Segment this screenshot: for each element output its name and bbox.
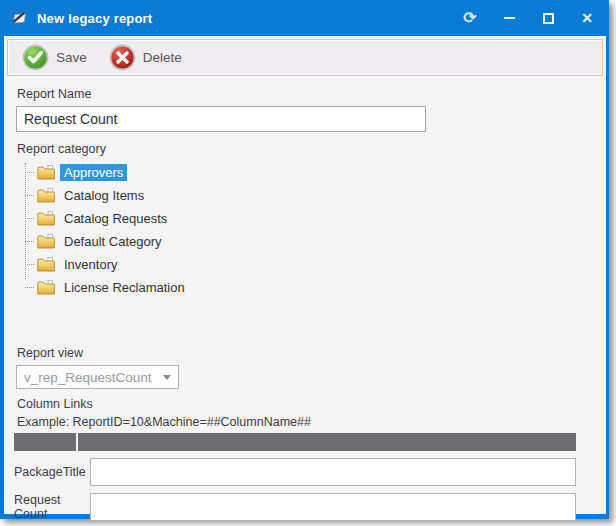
column-links-example: Example: ReportID=10&Machine=##ColumnNam… bbox=[17, 415, 594, 429]
request-count-input[interactable] bbox=[90, 493, 576, 521]
report-category-label: Report category bbox=[17, 142, 594, 156]
delete-x-icon bbox=[109, 44, 136, 71]
report-category-tree: Approvers Catalog Items Catalog Requests bbox=[25, 161, 594, 299]
column-link-row: Request Count bbox=[14, 493, 576, 521]
tree-connector bbox=[25, 218, 34, 219]
tree-item-approvers[interactable]: Approvers bbox=[25, 161, 594, 184]
report-view-label: Report view bbox=[17, 346, 594, 360]
refresh-button[interactable]: ⟳ bbox=[462, 10, 478, 26]
save-label: Save bbox=[56, 50, 87, 65]
maximize-icon bbox=[543, 13, 554, 24]
minimize-icon bbox=[504, 17, 515, 19]
window-title: New legacy report bbox=[37, 11, 152, 26]
folder-icon bbox=[37, 257, 55, 272]
save-button[interactable]: Save bbox=[18, 42, 91, 73]
tree-item-label: License Reclamation bbox=[60, 279, 189, 296]
tree-item-license-reclamation[interactable]: License Reclamation bbox=[25, 276, 594, 299]
tree-connector bbox=[25, 172, 34, 173]
report-note-icon bbox=[9, 9, 29, 27]
column-links-header bbox=[14, 433, 576, 451]
close-button[interactable]: ✕ bbox=[579, 10, 595, 26]
chevron-down-icon bbox=[163, 375, 171, 380]
column-links-label: Column Links bbox=[17, 397, 594, 411]
tree-item-label: Catalog Items bbox=[60, 187, 148, 204]
folder-icon bbox=[37, 234, 55, 249]
header-cell-label bbox=[14, 433, 76, 451]
folder-icon bbox=[37, 188, 55, 203]
tree-item-inventory[interactable]: Inventory bbox=[25, 253, 594, 276]
delete-label: Delete bbox=[143, 50, 182, 65]
title-bar: New legacy report ⟳ ✕ bbox=[0, 0, 609, 36]
folder-icon bbox=[37, 280, 55, 295]
tree-item-catalog-requests[interactable]: Catalog Requests bbox=[25, 207, 594, 230]
tree-item-label: Inventory bbox=[60, 256, 121, 273]
folder-icon bbox=[37, 165, 55, 180]
row-label-request-count: Request Count bbox=[14, 493, 90, 521]
folder-icon bbox=[37, 211, 55, 226]
report-view-value: v_rep_RequestCount bbox=[24, 370, 163, 385]
tree-connector bbox=[25, 195, 34, 196]
dialog-content: Report Name Report category Approvers Ca… bbox=[4, 87, 606, 521]
report-name-label: Report Name bbox=[17, 87, 594, 101]
row-label-packagetitle: PackageTitle bbox=[14, 465, 90, 479]
save-check-icon bbox=[22, 44, 49, 71]
tree-connector bbox=[25, 264, 34, 265]
maximize-button[interactable] bbox=[540, 10, 556, 26]
tree-item-label: Catalog Requests bbox=[60, 210, 171, 227]
tree-item-catalog-items[interactable]: Catalog Items bbox=[25, 184, 594, 207]
packagetitle-input[interactable] bbox=[90, 458, 576, 486]
tree-connector bbox=[25, 241, 34, 242]
window-controls: ⟳ ✕ bbox=[462, 10, 595, 26]
toolbar: Save Delete bbox=[7, 39, 603, 76]
dialog-window: New legacy report ⟳ ✕ Save Delete Report… bbox=[0, 0, 609, 519]
minimize-button[interactable] bbox=[501, 10, 517, 26]
report-view-dropdown[interactable]: v_rep_RequestCount bbox=[16, 365, 179, 389]
column-link-row: PackageTitle bbox=[14, 458, 576, 486]
tree-connector bbox=[25, 287, 34, 288]
tree-item-label: Default Category bbox=[60, 233, 166, 250]
report-name-input[interactable] bbox=[16, 106, 426, 132]
header-cell-value bbox=[78, 433, 576, 451]
delete-button[interactable]: Delete bbox=[105, 42, 186, 73]
tree-item-default-category[interactable]: Default Category bbox=[25, 230, 594, 253]
tree-item-label: Approvers bbox=[60, 164, 127, 181]
